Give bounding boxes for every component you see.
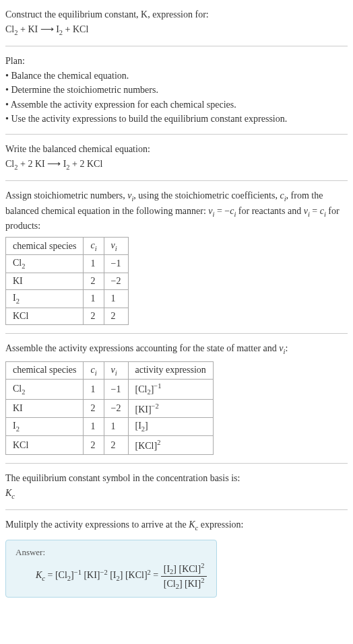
act-a: [KCl]: [135, 441, 158, 451]
cell-nui: −2: [104, 273, 128, 290]
th-activity: activity expression: [128, 361, 213, 380]
expr2c: =: [310, 206, 320, 216]
table-row: I2 1 1: [6, 290, 129, 308]
cell-ci: 2: [84, 273, 104, 290]
cell-nui: 2: [104, 436, 128, 455]
expr1c: = −: [214, 206, 230, 216]
cl2-a: Cl: [13, 384, 22, 394]
multiply-section: Mulitply the activity expressions to arr…: [5, 518, 348, 603]
cell-ci: 1: [84, 255, 104, 273]
cell-nui: 2: [104, 308, 128, 325]
th-species: chemical species: [6, 237, 84, 255]
num-d: 2: [201, 562, 204, 569]
th-ci-i: i: [95, 244, 97, 252]
eq-arrow: ⟶: [40, 24, 54, 34]
cl2-b: 2: [22, 262, 25, 270]
cell-activity: [KCl]2: [128, 436, 213, 455]
cell-activity: [I2]: [128, 418, 213, 436]
th-nui: νi: [104, 237, 128, 255]
assemble-text-b: :: [285, 343, 288, 353]
prompt-equation: Cl2 + KI ⟶ I2 + KCl: [5, 23, 348, 38]
plan-section: Plan: • Balance the chemical equation. •…: [5, 55, 348, 126]
divider: [5, 46, 348, 46]
eq-plus2: + KCl: [63, 24, 88, 34]
answer-equation: Kc = [Cl2]−1 [KI]−2 [I2] [KCl]2 = [I2] […: [36, 562, 207, 590]
table-row: KI 2 −2: [6, 273, 129, 290]
assign-text-b: , using the stoichiometric coefficients,: [133, 190, 280, 201]
den-d: 2: [201, 577, 204, 584]
bal-cl: Cl: [5, 159, 14, 169]
cell-nui: −1: [104, 255, 128, 273]
plan-bullet-4: • Use the activity expressions to build …: [5, 112, 348, 126]
assign-section: Assign stoichiometric numbers, νi, using…: [5, 189, 348, 325]
multiply-k: K: [189, 520, 195, 530]
ans-eq6: =: [151, 571, 161, 581]
i2-b: 2: [16, 297, 20, 305]
table-row: KCl 2 2: [6, 308, 129, 325]
act-d: −1: [154, 382, 161, 390]
answer-fraction: [I2] [KCl]2[Cl2] [KI]2: [161, 562, 207, 590]
cell-species: KI: [6, 399, 84, 418]
cell-species: Cl2: [6, 255, 84, 273]
th-ci: ci: [84, 237, 104, 255]
act-c: ]: [145, 421, 148, 431]
eq-plus1: + KI: [18, 24, 40, 34]
th-nui-i: i: [115, 244, 117, 252]
num-a: [I: [164, 564, 170, 574]
act-b: 2: [157, 439, 160, 446]
ans-eq3: [KI]: [82, 571, 100, 581]
ans-exp-m1: −1: [74, 569, 82, 576]
symbol-line1: The equilibrium constant symbol in the c…: [5, 472, 348, 485]
th-species: chemical species: [6, 361, 84, 380]
cell-ci: 1: [84, 380, 104, 399]
bal-end: + 2 KCl: [70, 159, 103, 169]
balanced-heading: Write the balanced chemical equation:: [5, 143, 348, 156]
cell-species: Cl2: [6, 380, 84, 399]
cell-ci: 1: [84, 290, 104, 308]
multiply-text-b: expression:: [198, 520, 243, 530]
assign-text: Assign stoichiometric numbers, νi, using…: [5, 189, 348, 233]
stoich-table: chemical species ci νi Cl2 1 −1 KI 2 −2 …: [5, 237, 129, 325]
fraction-numerator: [I2] [KCl]2: [161, 562, 207, 576]
plan-bullet-2: • Determine the stoichiometric numbers.: [5, 83, 348, 97]
table-row: KI 2 −2 [KI]−2: [6, 399, 214, 418]
plan-bullet-3: • Assemble the activity expression for e…: [5, 98, 348, 112]
cell-ci: 2: [84, 399, 104, 418]
cell-species: I2: [6, 290, 84, 308]
th-nui: νi: [104, 361, 128, 380]
th-ci-i: i: [95, 369, 97, 376]
divider: [5, 134, 348, 135]
table-row: Cl2 1 −1 [Cl2]−1: [6, 380, 214, 399]
act-a: [Cl: [135, 384, 148, 394]
ans-k: K: [36, 571, 42, 581]
act-a: [KI]: [135, 404, 152, 414]
bal-mid1: + 2 KI: [18, 159, 47, 169]
ans-eq4: [I: [108, 571, 117, 581]
multiply-text: Mulitply the activity expressions to arr…: [5, 518, 348, 533]
cell-species: KCl: [6, 308, 84, 325]
divider: [5, 333, 348, 334]
ans-exp-m2: −2: [100, 569, 108, 576]
table-row: Cl2 1 −1: [6, 255, 129, 273]
i2-b: 2: [16, 425, 20, 433]
activity-table: chemical species ci νi activity expressi…: [5, 361, 214, 455]
plan-bullet-1: • Balance the chemical equation.: [5, 69, 348, 83]
th-nui-i: i: [115, 369, 117, 376]
balanced-equation: Cl2 + 2 KI ⟶ I2 + 2 KCl: [5, 157, 348, 172]
cell-ci: 2: [84, 436, 104, 455]
act-a: [I: [135, 421, 141, 431]
fraction-denominator: [Cl2] [KI]2: [161, 577, 207, 590]
answer-box: Answer: Kc = [Cl2]−1 [KI]−2 [I2] [KCl]2 …: [5, 540, 217, 598]
table-row: I2 1 1 [I2]: [6, 418, 214, 436]
table-row: chemical species ci νi activity expressi…: [6, 361, 214, 380]
assemble-section: Assemble the activity expressions accoun…: [5, 342, 348, 455]
table-row: KCl 2 2 [KCl]2: [6, 436, 214, 455]
ans-eq1: = [Cl: [45, 571, 67, 581]
cl2-a: Cl: [13, 258, 22, 268]
divider: [5, 180, 348, 181]
assemble-text-a: Assemble the activity expressions accoun…: [5, 343, 279, 353]
cell-nui: −1: [104, 380, 128, 399]
cell-species: I2: [6, 418, 84, 436]
num-c: ] [KCl]: [173, 564, 201, 574]
balanced-section: Write the balanced chemical equation: Cl…: [5, 143, 348, 172]
